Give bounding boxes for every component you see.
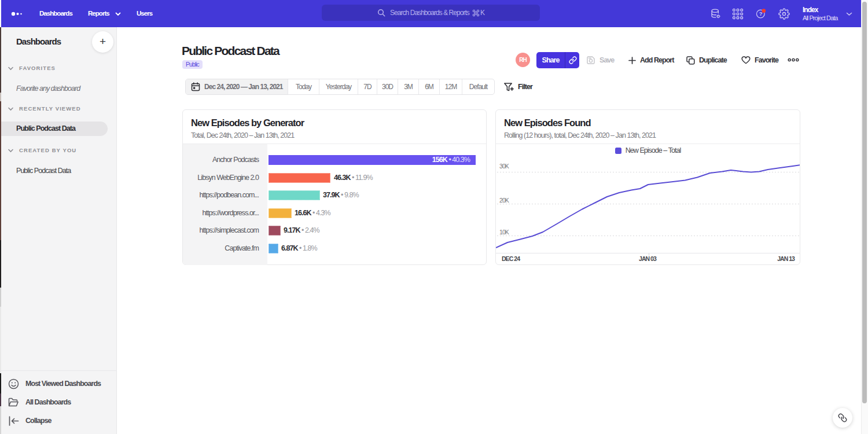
svg-text:30K: 30K bbox=[499, 163, 509, 170]
svg-text:20K: 20K bbox=[499, 197, 509, 204]
svg-text:10K: 10K bbox=[499, 229, 509, 236]
